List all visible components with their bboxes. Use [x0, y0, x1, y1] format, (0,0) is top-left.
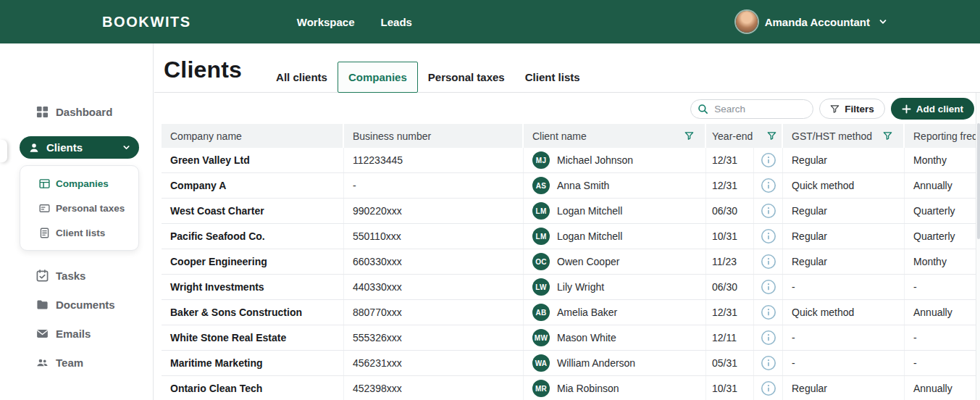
client-name: Michael Johnson [557, 154, 633, 166]
client-avatar: LM [532, 228, 550, 245]
info-button[interactable] [761, 228, 776, 244]
sidebar-item-clients[interactable]: Clients [20, 136, 139, 159]
table-row[interactable]: West Coast Charter 990220xxx LM Logan Mi… [162, 199, 980, 224]
client-cell: LM Logan Mitchell [524, 224, 706, 249]
table-row[interactable]: Company A - AS Anna Smith 12/31 Quick me… [162, 173, 980, 199]
client-name: Amelia Baker [557, 307, 617, 318]
business-number-cell: 440330xxx [344, 275, 524, 299]
sidebar-subitem-label: Personal taxes [56, 203, 125, 214]
year-end-cell: 12/31 [706, 173, 754, 198]
gst-method-cell: Quick method [783, 300, 905, 325]
sidebar-subitem-companies[interactable]: Companies [20, 171, 138, 196]
info-cell [754, 199, 783, 223]
topbar: BOOKWITS Workspace Leads Amanda Accounta… [0, 0, 980, 43]
table-row[interactable]: Maritime Marketing 456231xxx WA William … [162, 351, 980, 376]
sidebar-item-documents[interactable]: Documents [0, 290, 153, 319]
company-name-cell: Green Valley Ltd [162, 148, 344, 172]
sidebar-subitem-client-lists[interactable]: Client lists [20, 220, 138, 245]
table-row[interactable]: Green Valley Ltd 112233445 MJ Michael Jo… [162, 148, 980, 173]
info-button[interactable] [761, 178, 776, 193]
filter-funnel-icon[interactable] [684, 131, 694, 141]
business-number-cell: 660330xxx [344, 249, 524, 274]
info-button[interactable] [761, 330, 776, 346]
info-circle-icon [761, 380, 776, 396]
client-name: Lily Wright [557, 281, 604, 293]
filter-funnel-icon[interactable] [883, 131, 892, 141]
info-cell [754, 325, 783, 350]
reporting-frequency-cell: Monthy [905, 148, 980, 172]
add-client-button[interactable]: Add client [891, 98, 974, 120]
sidebar-subitem-label: Client lists [56, 228, 105, 238]
client-avatar: AB [532, 304, 550, 321]
client-name: Logan Mitchell [557, 230, 622, 242]
client-avatar: MW [532, 329, 550, 346]
tab-client-lists[interactable]: Client lists [515, 62, 590, 92]
table-row[interactable]: White Stone Real Estate 555326xxx MW Mas… [162, 325, 980, 351]
top-nav: Workspace Leads [297, 16, 412, 28]
search-input[interactable] [690, 99, 813, 119]
sidebar-item-tasks[interactable]: Tasks [0, 261, 153, 290]
filter-funnel-icon[interactable] [767, 131, 776, 141]
personal-taxes-card-icon [39, 203, 50, 214]
business-number-cell: 456231xxx [344, 351, 524, 375]
sidebar: Dashboard Clients Companies Personal tax… [0, 43, 154, 400]
info-button[interactable] [761, 380, 776, 396]
reporting-frequency-cell: Monthy [905, 249, 980, 274]
add-client-label: Add client [916, 104, 963, 114]
sidebar-item-dashboard[interactable]: Dashboard [0, 99, 153, 125]
table-row[interactable]: Pacific Seafood Co. 550110xxx LM Logan M… [162, 224, 980, 249]
info-button[interactable] [761, 203, 776, 219]
table-row[interactable]: Ontario Clean Tech 452398xxx MR Mia Robi… [162, 376, 980, 400]
table-row[interactable]: Wright Investments 440330xxx LW Lily Wri… [162, 275, 980, 300]
info-button[interactable] [761, 304, 776, 320]
client-avatar: MJ [532, 151, 550, 169]
info-cell [754, 275, 783, 299]
column-gst-hst-method: GST/HST method [783, 124, 905, 148]
info-button[interactable] [761, 355, 776, 371]
tab-all-clients[interactable]: All clients [266, 62, 338, 92]
sidebar-subitem-personal-taxes[interactable]: Personal taxes [20, 196, 138, 220]
client-name: Anna Smith [557, 180, 609, 191]
page-title: Clients [164, 57, 242, 83]
info-button[interactable] [761, 152, 776, 168]
client-avatar: LW [532, 278, 550, 296]
team-people-icon [36, 357, 49, 369]
client-avatar: WA [532, 354, 550, 372]
info-circle-icon [761, 228, 776, 244]
filters-button[interactable]: Filters [819, 99, 885, 119]
sidebar-subitem-label: Companies [56, 178, 109, 189]
year-end-cell: 12/31 [706, 300, 754, 325]
client-lists-doc-icon [39, 228, 50, 238]
year-end-cell: 10/31 [706, 224, 754, 249]
year-end-cell: 12/11 [706, 325, 754, 350]
tab-personal-taxes[interactable]: Personal taxes [418, 62, 515, 92]
gst-method-cell: Regular [783, 224, 905, 249]
column-label: Year-end [712, 130, 753, 142]
info-cell [754, 351, 783, 375]
table-row[interactable]: Cooper Engineering 660330xxx OC Owen Coo… [162, 249, 980, 275]
tab-companies[interactable]: Companies [338, 62, 418, 93]
table-row[interactable]: Baker & Sons Construction 880770xxx AB A… [162, 300, 980, 325]
sidebar-collapse-handle[interactable] [0, 140, 7, 162]
nav-workspace[interactable]: Workspace [297, 16, 355, 28]
app: { "colors": { "topbar_green": "#1e5b47",… [0, 0, 980, 400]
sidebar-item-label: Tasks [56, 270, 85, 282]
reporting-frequency-cell: Annually [905, 300, 980, 325]
companies-grid-icon [39, 178, 50, 189]
user-menu[interactable]: Amanda Accountant [736, 0, 887, 43]
plus-icon [902, 104, 911, 114]
scrollbar-thumb[interactable] [977, 123, 980, 239]
clients-person-icon [28, 142, 40, 154]
gst-method-cell: - [783, 351, 905, 375]
app-logo[interactable]: BOOKWITS [102, 14, 191, 30]
client-name: Owen Cooper [557, 256, 619, 267]
year-end-cell: 06/30 [706, 275, 754, 299]
company-name-cell: Cooper Engineering [162, 249, 344, 274]
sidebar-item-emails[interactable]: Emails [0, 319, 153, 348]
vertical-scrollbar[interactable] [976, 93, 980, 400]
sidebar-item-team[interactable]: Team [0, 348, 153, 377]
info-button[interactable] [761, 279, 776, 295]
info-button[interactable] [761, 254, 776, 270]
nav-leads[interactable]: Leads [381, 16, 412, 28]
year-end-cell: 10/31 [706, 376, 754, 400]
